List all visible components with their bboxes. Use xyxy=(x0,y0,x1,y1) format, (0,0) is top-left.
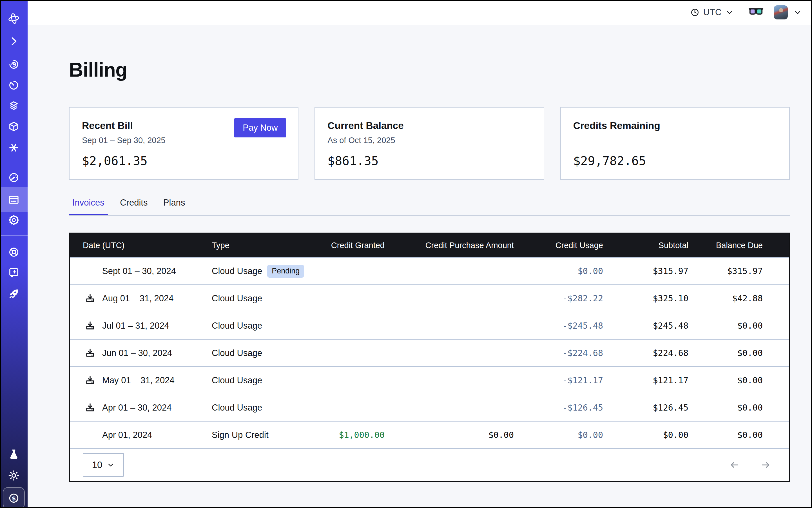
dollar-coin-icon: $ xyxy=(7,492,20,505)
invoice-type: Cloud Usage xyxy=(212,293,262,304)
card-amount: $861.35 xyxy=(328,154,531,168)
subtotal-value: $0.00 xyxy=(603,430,688,440)
sidebar-item-schedules-timer-icon[interactable] xyxy=(8,79,20,91)
sidebar-item-docs-book-plus-icon[interactable] xyxy=(8,266,20,279)
tab-invoices[interactable]: Invoices xyxy=(69,197,108,215)
table-row: Apr 01 – 30, 2024 Cloud Usage -$126.45 $… xyxy=(70,394,789,421)
invoice-date: Jun 01 – 30, 2024 xyxy=(102,348,172,358)
tab-plans[interactable]: Plans xyxy=(160,197,189,215)
page-title: Billing xyxy=(69,58,812,81)
credit-granted-value: $1,000.00 xyxy=(324,430,385,440)
tab-credits[interactable]: Credits xyxy=(117,197,151,215)
sidebar-expand-chevron-icon[interactable] xyxy=(8,35,20,48)
column-header-credit-purchase-amount: Credit Purchase Amount xyxy=(385,241,514,250)
chevron-down-icon xyxy=(107,461,115,469)
table-header-row: Date (UTC) Type Credit Granted Credit Pu… xyxy=(70,234,789,257)
sidebar-item-labs-flask-icon[interactable] xyxy=(8,448,20,460)
page-size-select[interactable]: 10 xyxy=(83,453,124,477)
column-header-subtotal: Subtotal xyxy=(603,241,688,250)
invoice-type: Cloud Usage xyxy=(212,375,262,385)
table-row: May 01 – 31, 2024 Cloud Usage -$121.17 $… xyxy=(70,366,789,394)
invoice-date: Aug 01 – 31, 2024 xyxy=(102,293,173,304)
card-amount: $2,061.35 xyxy=(82,154,286,168)
invoice-type: Cloud Usage xyxy=(212,321,262,331)
sidebar: $ xyxy=(0,0,28,508)
subtotal-value: $224.68 xyxy=(603,348,688,358)
invoice-date: May 01 – 31, 2024 xyxy=(102,375,175,385)
download-slot-empty xyxy=(84,429,96,441)
download-invoice-icon[interactable] xyxy=(84,293,96,304)
sidebar-item-stack-layers-icon[interactable] xyxy=(8,99,20,112)
invoice-date: Apr 01, 2024 xyxy=(102,430,152,440)
sidebar-item-theme-sun-icon[interactable] xyxy=(8,469,20,482)
glasses-icon[interactable] xyxy=(749,7,764,18)
sidebar-item-getting-started-rocket-icon[interactable] xyxy=(8,288,20,300)
table-row: Sept 01 – 30, 2024 Cloud UsagePending $0… xyxy=(70,257,789,285)
chevron-down-icon xyxy=(725,8,734,16)
table-row: Aug 01 – 31, 2024 Cloud Usage -$282.22 $… xyxy=(70,285,789,312)
avatar[interactable] xyxy=(774,5,788,19)
invoice-type: Cloud Usage xyxy=(212,266,262,276)
column-header-credit-usage: Credit Usage xyxy=(514,241,603,250)
sidebar-divider xyxy=(0,236,28,236)
sidebar-item-billing-credit-card-icon[interactable] xyxy=(8,194,20,206)
pagination-controls xyxy=(729,460,771,470)
column-header-credit-granted: Credit Granted xyxy=(324,241,385,250)
svg-text:$: $ xyxy=(12,495,16,502)
previous-page-arrow-left-icon[interactable] xyxy=(729,460,740,470)
subtotal-value: $126.45 xyxy=(603,403,688,413)
credit-usage-value: -$126.45 xyxy=(514,403,603,413)
card-title: Credits Remaining xyxy=(573,120,777,131)
timezone-label: UTC xyxy=(703,7,722,17)
subtotal-value: $315.97 xyxy=(603,266,688,276)
download-invoice-icon[interactable] xyxy=(84,320,96,331)
invoice-type: Cloud Usage xyxy=(212,403,262,413)
next-page-arrow-right-icon[interactable] xyxy=(760,460,771,470)
subtotal-value: $121.17 xyxy=(603,375,688,385)
column-header-balance-due: Balance Due xyxy=(688,241,763,250)
invoices-table: Date (UTC) Type Credit Granted Credit Pu… xyxy=(69,232,790,482)
clock-icon xyxy=(690,8,700,17)
sidebar-item-asterisk-icon[interactable] xyxy=(8,141,20,154)
sidebar-item-namespaces-galaxy-icon[interactable] xyxy=(8,58,20,71)
main-content: Billing Recent Bill Sep 01 – Sep 30, 202… xyxy=(28,26,812,508)
timezone-selector[interactable]: UTC xyxy=(690,7,734,17)
credits-remaining-card: Credits Remaining $29,782.65 xyxy=(560,107,790,180)
credits-coin-button[interactable]: $ xyxy=(3,487,25,508)
table-row: Apr 01, 2024 Sign Up Credit $1,000.00 $0… xyxy=(70,421,789,448)
page-size-value: 10 xyxy=(92,460,102,470)
sidebar-item-deployments-cube-icon[interactable] xyxy=(8,120,20,133)
billing-tabs: Invoices Credits Plans xyxy=(69,197,790,216)
sidebar-divider xyxy=(0,163,28,163)
credit-usage-value: -$282.22 xyxy=(514,293,603,303)
app-logo-orbit-icon[interactable] xyxy=(7,12,20,25)
sidebar-item-support-lifebuoy-icon[interactable] xyxy=(8,246,20,258)
credit-usage-value: $0.00 xyxy=(514,430,603,440)
card-title: Current Balance xyxy=(328,120,531,131)
credit-usage-value: -$121.17 xyxy=(514,375,603,385)
subtotal-value: $245.48 xyxy=(603,321,688,331)
recent-bill-card: Recent Bill Sep 01 – Sep 30, 2025 $2,061… xyxy=(69,107,298,180)
credit-purchase-value: $0.00 xyxy=(385,430,514,440)
card-amount: $29,782.65 xyxy=(573,154,777,168)
subtotal-value: $325.10 xyxy=(603,293,688,303)
download-invoice-icon[interactable] xyxy=(84,402,96,413)
table-row: Jun 01 – 30, 2024 Cloud Usage -$224.68 $… xyxy=(70,339,789,366)
column-header-type: Type xyxy=(212,241,324,250)
pay-now-button[interactable]: Pay Now xyxy=(234,118,286,137)
download-invoice-icon[interactable] xyxy=(84,375,96,386)
column-header-date: Date (UTC) xyxy=(83,241,212,250)
credit-usage-value: -$224.68 xyxy=(514,348,603,358)
table-row: Jul 01 – 31, 2024 Cloud Usage -$245.48 $… xyxy=(70,312,789,339)
balance-due-value: $0.00 xyxy=(688,321,763,331)
table-footer: 10 xyxy=(70,448,789,481)
card-subtitle xyxy=(573,136,777,146)
user-menu-chevron-down-icon[interactable] xyxy=(794,8,802,16)
sidebar-item-settings-gear-icon[interactable] xyxy=(8,214,20,226)
invoice-date: Jul 01 – 31, 2024 xyxy=(102,321,169,331)
download-slot-empty xyxy=(84,265,96,277)
balance-due-value: $0.00 xyxy=(688,375,763,385)
download-invoice-icon[interactable] xyxy=(84,347,96,359)
summary-cards: Recent Bill Sep 01 – Sep 30, 2025 $2,061… xyxy=(69,107,790,180)
sidebar-item-usage-gauge-icon[interactable] xyxy=(8,171,20,184)
